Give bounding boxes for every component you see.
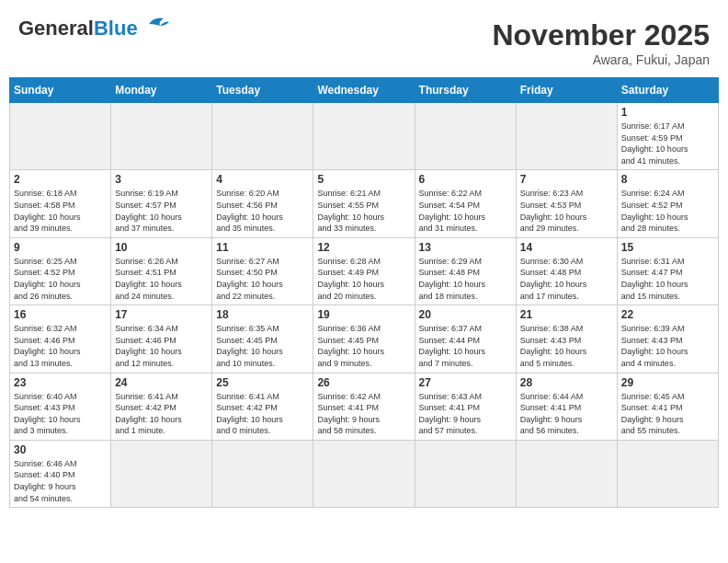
day-number: 11 bbox=[216, 241, 309, 254]
day-number: 19 bbox=[317, 308, 410, 321]
calendar-day-cell bbox=[516, 440, 617, 507]
calendar-day-cell bbox=[111, 440, 212, 507]
month-title: November 2025 bbox=[492, 18, 710, 52]
day-number: 24 bbox=[115, 376, 208, 389]
day-info: Sunrise: 6:20 AM Sunset: 4:56 PM Dayligh… bbox=[216, 188, 309, 234]
calendar-day-cell: 18Sunrise: 6:35 AM Sunset: 4:45 PM Dayli… bbox=[212, 305, 313, 373]
day-info: Sunrise: 6:26 AM Sunset: 4:51 PM Dayligh… bbox=[115, 256, 208, 302]
day-number: 17 bbox=[115, 308, 208, 321]
calendar-day-header: Thursday bbox=[415, 78, 516, 103]
day-info: Sunrise: 6:34 AM Sunset: 4:46 PM Dayligh… bbox=[115, 323, 208, 369]
day-info: Sunrise: 6:19 AM Sunset: 4:57 PM Dayligh… bbox=[115, 188, 208, 234]
calendar-day-cell: 3Sunrise: 6:19 AM Sunset: 4:57 PM Daylig… bbox=[111, 170, 212, 237]
calendar-day-cell bbox=[313, 440, 415, 507]
day-number: 20 bbox=[419, 308, 512, 321]
calendar-day-cell bbox=[111, 103, 212, 170]
day-info: Sunrise: 6:18 AM Sunset: 4:58 PM Dayligh… bbox=[14, 188, 107, 234]
calendar-day-cell bbox=[415, 440, 516, 507]
calendar-day-cell: 28Sunrise: 6:44 AM Sunset: 4:41 PM Dayli… bbox=[516, 373, 617, 440]
calendar-day-cell bbox=[415, 103, 516, 170]
calendar-day-cell: 16Sunrise: 6:32 AM Sunset: 4:46 PM Dayli… bbox=[10, 305, 111, 373]
day-info: Sunrise: 6:41 AM Sunset: 4:42 PM Dayligh… bbox=[216, 391, 309, 437]
day-info: Sunrise: 6:46 AM Sunset: 4:40 PM Dayligh… bbox=[14, 458, 107, 504]
calendar-day-header: Sunday bbox=[10, 78, 111, 103]
calendar-day-header: Saturday bbox=[617, 78, 718, 103]
calendar-day-cell bbox=[516, 103, 617, 170]
calendar-day-cell bbox=[10, 103, 111, 170]
day-info: Sunrise: 6:40 AM Sunset: 4:43 PM Dayligh… bbox=[14, 391, 107, 437]
calendar-day-cell: 2Sunrise: 6:18 AM Sunset: 4:58 PM Daylig… bbox=[10, 170, 111, 237]
calendar-day-cell: 15Sunrise: 6:31 AM Sunset: 4:47 PM Dayli… bbox=[617, 237, 718, 304]
day-info: Sunrise: 6:24 AM Sunset: 4:52 PM Dayligh… bbox=[621, 188, 714, 234]
calendar-week-row: 2Sunrise: 6:18 AM Sunset: 4:58 PM Daylig… bbox=[10, 170, 719, 237]
calendar-day-cell bbox=[212, 103, 313, 170]
day-info: Sunrise: 6:35 AM Sunset: 4:45 PM Dayligh… bbox=[216, 323, 309, 369]
day-info: Sunrise: 6:39 AM Sunset: 4:43 PM Dayligh… bbox=[621, 323, 714, 369]
calendar-week-row: 1Sunrise: 6:17 AM Sunset: 4:59 PM Daylig… bbox=[10, 103, 719, 170]
calendar-day-cell: 20Sunrise: 6:37 AM Sunset: 4:44 PM Dayli… bbox=[415, 305, 516, 373]
day-number: 21 bbox=[520, 308, 613, 321]
calendar-day-header: Monday bbox=[111, 78, 212, 103]
calendar-table: SundayMondayTuesdayWednesdayThursdayFrid… bbox=[9, 77, 719, 508]
calendar-week-row: 9Sunrise: 6:25 AM Sunset: 4:52 PM Daylig… bbox=[10, 237, 719, 304]
calendar-day-cell: 7Sunrise: 6:23 AM Sunset: 4:53 PM Daylig… bbox=[516, 170, 617, 237]
day-number: 13 bbox=[419, 241, 512, 254]
page-header: GeneralBlue November 2025 Awara, Fukui, … bbox=[9, 9, 719, 72]
day-info: Sunrise: 6:30 AM Sunset: 4:48 PM Dayligh… bbox=[520, 256, 613, 302]
day-number: 15 bbox=[621, 241, 714, 254]
calendar-day-cell: 30Sunrise: 6:46 AM Sunset: 4:40 PM Dayli… bbox=[10, 440, 111, 507]
day-number: 5 bbox=[317, 173, 410, 186]
day-number: 12 bbox=[317, 241, 410, 254]
calendar-day-header: Friday bbox=[516, 78, 617, 103]
calendar-day-cell bbox=[617, 440, 718, 507]
calendar-week-row: 23Sunrise: 6:40 AM Sunset: 4:43 PM Dayli… bbox=[10, 373, 719, 440]
day-info: Sunrise: 6:32 AM Sunset: 4:46 PM Dayligh… bbox=[14, 323, 107, 369]
day-number: 10 bbox=[115, 241, 208, 254]
day-info: Sunrise: 6:17 AM Sunset: 4:59 PM Dayligh… bbox=[621, 121, 714, 167]
location: Awara, Fukui, Japan bbox=[492, 52, 710, 67]
calendar-day-cell: 19Sunrise: 6:36 AM Sunset: 4:45 PM Dayli… bbox=[313, 305, 415, 373]
calendar-day-cell: 8Sunrise: 6:24 AM Sunset: 4:52 PM Daylig… bbox=[617, 170, 718, 237]
calendar-week-row: 30Sunrise: 6:46 AM Sunset: 4:40 PM Dayli… bbox=[10, 440, 719, 507]
day-number: 26 bbox=[317, 376, 410, 389]
calendar-header-row: SundayMondayTuesdayWednesdayThursdayFrid… bbox=[10, 78, 719, 103]
day-info: Sunrise: 6:25 AM Sunset: 4:52 PM Dayligh… bbox=[14, 256, 107, 302]
calendar-day-cell: 27Sunrise: 6:43 AM Sunset: 4:41 PM Dayli… bbox=[415, 373, 516, 440]
day-number: 4 bbox=[216, 173, 309, 186]
calendar-day-cell bbox=[313, 103, 415, 170]
day-number: 14 bbox=[520, 241, 613, 254]
day-info: Sunrise: 6:22 AM Sunset: 4:54 PM Dayligh… bbox=[419, 188, 512, 234]
calendar-day-cell: 29Sunrise: 6:45 AM Sunset: 4:41 PM Dayli… bbox=[617, 373, 718, 440]
day-info: Sunrise: 6:45 AM Sunset: 4:41 PM Dayligh… bbox=[621, 391, 714, 437]
calendar-day-cell: 21Sunrise: 6:38 AM Sunset: 4:43 PM Dayli… bbox=[516, 305, 617, 373]
calendar-day-cell: 14Sunrise: 6:30 AM Sunset: 4:48 PM Dayli… bbox=[516, 237, 617, 304]
calendar-day-cell: 11Sunrise: 6:27 AM Sunset: 4:50 PM Dayli… bbox=[212, 237, 313, 304]
logo-text: GeneralBlue bbox=[18, 18, 138, 39]
day-number: 2 bbox=[14, 173, 107, 186]
day-info: Sunrise: 6:21 AM Sunset: 4:55 PM Dayligh… bbox=[317, 188, 410, 234]
day-number: 6 bbox=[419, 173, 512, 186]
calendar-day-cell: 6Sunrise: 6:22 AM Sunset: 4:54 PM Daylig… bbox=[415, 170, 516, 237]
calendar-day-cell: 12Sunrise: 6:28 AM Sunset: 4:49 PM Dayli… bbox=[313, 237, 415, 304]
calendar-day-cell: 4Sunrise: 6:20 AM Sunset: 4:56 PM Daylig… bbox=[212, 170, 313, 237]
day-number: 28 bbox=[520, 376, 613, 389]
day-info: Sunrise: 6:31 AM Sunset: 4:47 PM Dayligh… bbox=[621, 256, 714, 302]
day-info: Sunrise: 6:29 AM Sunset: 4:48 PM Dayligh… bbox=[419, 256, 512, 302]
day-number: 1 bbox=[621, 106, 714, 119]
calendar-day-cell: 9Sunrise: 6:25 AM Sunset: 4:52 PM Daylig… bbox=[10, 237, 111, 304]
day-number: 22 bbox=[621, 308, 714, 321]
day-number: 9 bbox=[14, 241, 107, 254]
calendar-day-header: Tuesday bbox=[212, 78, 313, 103]
day-info: Sunrise: 6:43 AM Sunset: 4:41 PM Dayligh… bbox=[419, 391, 512, 437]
calendar-day-cell: 13Sunrise: 6:29 AM Sunset: 4:48 PM Dayli… bbox=[415, 237, 516, 304]
day-info: Sunrise: 6:37 AM Sunset: 4:44 PM Dayligh… bbox=[419, 323, 512, 369]
calendar-day-cell: 23Sunrise: 6:40 AM Sunset: 4:43 PM Dayli… bbox=[10, 373, 111, 440]
calendar-day-header: Wednesday bbox=[313, 78, 415, 103]
day-number: 25 bbox=[216, 376, 309, 389]
day-info: Sunrise: 6:41 AM Sunset: 4:42 PM Dayligh… bbox=[115, 391, 208, 437]
calendar-week-row: 16Sunrise: 6:32 AM Sunset: 4:46 PM Dayli… bbox=[10, 305, 719, 373]
calendar-day-cell: 24Sunrise: 6:41 AM Sunset: 4:42 PM Dayli… bbox=[111, 373, 212, 440]
calendar-day-cell: 10Sunrise: 6:26 AM Sunset: 4:51 PM Dayli… bbox=[111, 237, 212, 304]
logo-bird-icon bbox=[140, 15, 169, 35]
day-number: 23 bbox=[14, 376, 107, 389]
